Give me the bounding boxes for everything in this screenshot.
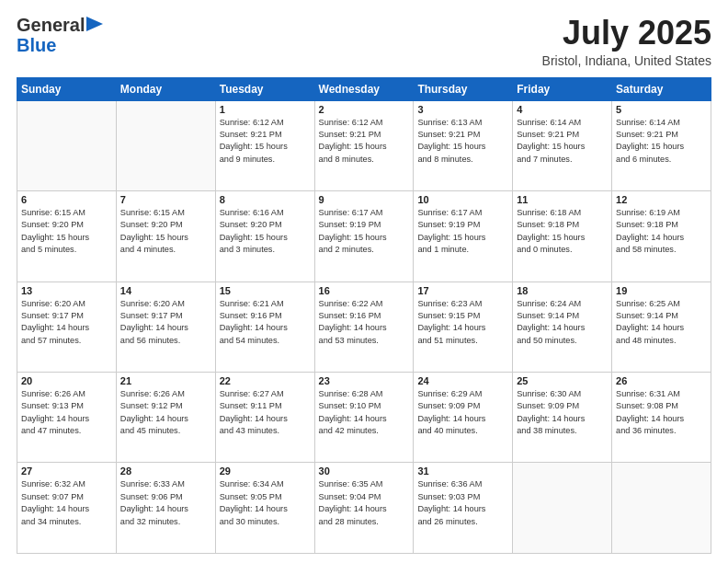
calendar-cell: 29Sunrise: 6:34 AM Sunset: 9:05 PM Dayli… [215, 463, 314, 554]
day-info: Sunrise: 6:35 AM Sunset: 9:04 PM Dayligh… [319, 478, 410, 527]
day-info: Sunrise: 6:33 AM Sunset: 9:06 PM Dayligh… [120, 478, 211, 527]
calendar-cell [116, 100, 215, 190]
title-block: July 2025 Bristol, Indiana, United State… [542, 15, 711, 68]
calendar-cell: 14Sunrise: 6:20 AM Sunset: 9:17 PM Dayli… [116, 282, 215, 372]
logo: General Blue [17, 15, 103, 54]
day-number: 21 [120, 375, 211, 386]
day-number: 3 [417, 104, 508, 115]
day-info: Sunrise: 6:34 AM Sunset: 9:05 PM Dayligh… [220, 478, 311, 527]
calendar-cell: 11Sunrise: 6:18 AM Sunset: 9:18 PM Dayli… [513, 191, 612, 282]
day-number: 30 [319, 465, 410, 477]
weekday-header-cell: Thursday [414, 77, 513, 100]
day-number: 1 [220, 104, 311, 115]
day-info: Sunrise: 6:24 AM Sunset: 9:14 PM Dayligh… [517, 298, 608, 347]
logo-general: General [17, 15, 85, 35]
calendar-body: 1Sunrise: 6:12 AM Sunset: 9:21 PM Daylig… [17, 100, 711, 553]
month-title: July 2025 [542, 15, 711, 52]
day-number: 10 [417, 194, 508, 205]
day-info: Sunrise: 6:15 AM Sunset: 9:20 PM Dayligh… [21, 207, 112, 256]
day-number: 11 [517, 194, 608, 205]
day-number: 12 [616, 194, 707, 205]
logo-blue: Blue [17, 36, 56, 54]
day-info: Sunrise: 6:25 AM Sunset: 9:14 PM Dayligh… [616, 298, 707, 347]
day-number: 28 [120, 465, 211, 477]
day-info: Sunrise: 6:30 AM Sunset: 9:09 PM Dayligh… [517, 388, 608, 437]
day-number: 31 [417, 465, 508, 477]
day-info: Sunrise: 6:36 AM Sunset: 9:03 PM Dayligh… [417, 478, 508, 527]
calendar-cell: 22Sunrise: 6:27 AM Sunset: 9:11 PM Dayli… [215, 373, 314, 463]
calendar-cell: 20Sunrise: 6:26 AM Sunset: 9:13 PM Dayli… [17, 373, 117, 463]
calendar-cell: 10Sunrise: 6:17 AM Sunset: 9:19 PM Dayli… [414, 191, 513, 282]
calendar-cell: 15Sunrise: 6:21 AM Sunset: 9:16 PM Dayli… [215, 282, 314, 372]
calendar-week-row: 6Sunrise: 6:15 AM Sunset: 9:20 PM Daylig… [17, 191, 711, 282]
day-info: Sunrise: 6:18 AM Sunset: 9:18 PM Dayligh… [517, 207, 608, 256]
calendar-cell [612, 463, 711, 554]
header: General Blue July 2025 Bristol, Indiana,… [17, 15, 711, 68]
calendar-cell: 27Sunrise: 6:32 AM Sunset: 9:07 PM Dayli… [17, 463, 117, 554]
calendar-cell: 6Sunrise: 6:15 AM Sunset: 9:20 PM Daylig… [17, 191, 117, 282]
day-info: Sunrise: 6:21 AM Sunset: 9:16 PM Dayligh… [220, 298, 311, 347]
day-number: 24 [417, 375, 508, 386]
calendar-table: SundayMondayTuesdayWednesdayThursdayFrid… [17, 77, 711, 554]
day-info: Sunrise: 6:22 AM Sunset: 9:16 PM Dayligh… [319, 298, 410, 347]
calendar-cell: 23Sunrise: 6:28 AM Sunset: 9:10 PM Dayli… [314, 373, 414, 463]
day-number: 25 [517, 375, 608, 386]
day-number: 14 [120, 285, 211, 296]
day-number: 15 [220, 285, 311, 296]
day-number: 29 [220, 465, 311, 477]
day-number: 6 [21, 194, 112, 205]
day-info: Sunrise: 6:20 AM Sunset: 9:17 PM Dayligh… [120, 298, 211, 347]
day-number: 13 [21, 285, 112, 296]
weekday-header-cell: Monday [116, 77, 215, 100]
calendar-cell: 25Sunrise: 6:30 AM Sunset: 9:09 PM Dayli… [513, 373, 612, 463]
day-info: Sunrise: 6:26 AM Sunset: 9:12 PM Dayligh… [120, 388, 211, 437]
calendar-week-row: 1Sunrise: 6:12 AM Sunset: 9:21 PM Daylig… [17, 100, 711, 190]
day-number: 27 [21, 465, 112, 477]
day-info: Sunrise: 6:15 AM Sunset: 9:20 PM Dayligh… [120, 207, 211, 256]
svg-marker-0 [86, 17, 103, 31]
weekday-header-cell: Sunday [17, 77, 117, 100]
logo-arrow-icon [86, 17, 103, 31]
calendar-cell: 3Sunrise: 6:13 AM Sunset: 9:21 PM Daylig… [414, 100, 513, 190]
day-info: Sunrise: 6:26 AM Sunset: 9:13 PM Dayligh… [21, 388, 112, 437]
calendar-cell: 24Sunrise: 6:29 AM Sunset: 9:09 PM Dayli… [414, 373, 513, 463]
calendar-week-row: 27Sunrise: 6:32 AM Sunset: 9:07 PM Dayli… [17, 463, 711, 554]
calendar-cell: 28Sunrise: 6:33 AM Sunset: 9:06 PM Dayli… [116, 463, 215, 554]
day-info: Sunrise: 6:23 AM Sunset: 9:15 PM Dayligh… [417, 298, 508, 347]
day-info: Sunrise: 6:19 AM Sunset: 9:18 PM Dayligh… [616, 207, 707, 256]
day-number: 19 [616, 285, 707, 296]
weekday-header-cell: Saturday [612, 77, 711, 100]
day-number: 22 [220, 375, 311, 386]
day-info: Sunrise: 6:12 AM Sunset: 9:21 PM Dayligh… [319, 117, 410, 166]
weekday-header-cell: Tuesday [215, 77, 314, 100]
day-number: 18 [517, 285, 608, 296]
calendar-cell: 19Sunrise: 6:25 AM Sunset: 9:14 PM Dayli… [612, 282, 711, 372]
day-info: Sunrise: 6:28 AM Sunset: 9:10 PM Dayligh… [319, 388, 410, 437]
day-info: Sunrise: 6:31 AM Sunset: 9:08 PM Dayligh… [616, 388, 707, 437]
day-number: 8 [220, 194, 311, 205]
calendar-cell: 12Sunrise: 6:19 AM Sunset: 9:18 PM Dayli… [612, 191, 711, 282]
calendar-cell: 30Sunrise: 6:35 AM Sunset: 9:04 PM Dayli… [314, 463, 414, 554]
calendar-cell: 7Sunrise: 6:15 AM Sunset: 9:20 PM Daylig… [116, 191, 215, 282]
day-info: Sunrise: 6:17 AM Sunset: 9:19 PM Dayligh… [319, 207, 410, 256]
day-number: 23 [319, 375, 410, 386]
calendar-cell [17, 100, 117, 190]
calendar-cell: 18Sunrise: 6:24 AM Sunset: 9:14 PM Dayli… [513, 282, 612, 372]
calendar-cell: 21Sunrise: 6:26 AM Sunset: 9:12 PM Dayli… [116, 373, 215, 463]
day-number: 7 [120, 194, 211, 205]
day-info: Sunrise: 6:20 AM Sunset: 9:17 PM Dayligh… [21, 298, 112, 347]
day-number: 20 [21, 375, 112, 386]
day-info: Sunrise: 6:16 AM Sunset: 9:20 PM Dayligh… [220, 207, 311, 256]
calendar-cell: 4Sunrise: 6:14 AM Sunset: 9:21 PM Daylig… [513, 100, 612, 190]
day-info: Sunrise: 6:17 AM Sunset: 9:19 PM Dayligh… [417, 207, 508, 256]
weekday-header-row: SundayMondayTuesdayWednesdayThursdayFrid… [17, 77, 711, 100]
calendar-cell: 8Sunrise: 6:16 AM Sunset: 9:20 PM Daylig… [215, 191, 314, 282]
weekday-header-cell: Friday [513, 77, 612, 100]
calendar-cell: 5Sunrise: 6:14 AM Sunset: 9:21 PM Daylig… [612, 100, 711, 190]
day-number: 5 [616, 104, 707, 115]
calendar-week-row: 13Sunrise: 6:20 AM Sunset: 9:17 PM Dayli… [17, 282, 711, 372]
calendar-cell: 17Sunrise: 6:23 AM Sunset: 9:15 PM Dayli… [414, 282, 513, 372]
day-info: Sunrise: 6:13 AM Sunset: 9:21 PM Dayligh… [417, 117, 508, 166]
day-info: Sunrise: 6:12 AM Sunset: 9:21 PM Dayligh… [220, 117, 311, 166]
day-number: 26 [616, 375, 707, 386]
